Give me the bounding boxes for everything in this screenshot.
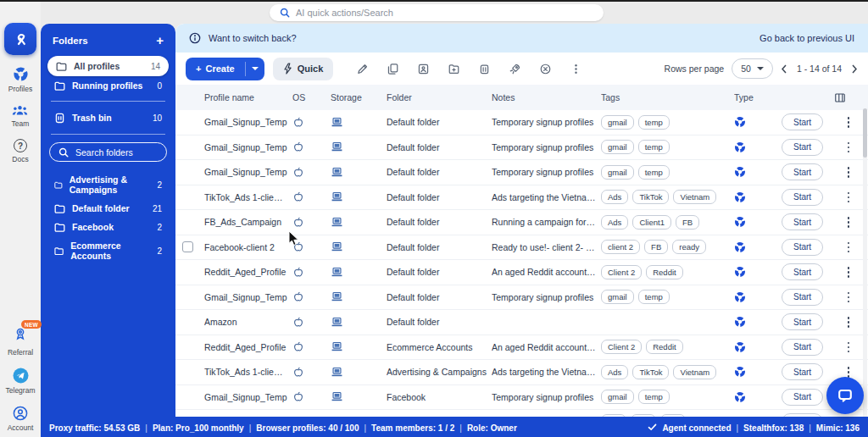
sidebar-item-docs[interactable]: ? Docs — [12, 139, 28, 163]
col-header-notes[interactable]: Notes — [492, 92, 601, 102]
quick-button[interactable]: Quick — [273, 58, 334, 80]
table-row[interactable]: TikTok_Ads 1-client 1Advertising & Campa… — [175, 360, 868, 385]
col-header-profile-name[interactable]: Profile name — [204, 92, 292, 102]
sidebar-item-account[interactable]: Account — [8, 406, 34, 432]
folder-count: 2 — [157, 246, 162, 256]
start-button[interactable]: Start — [782, 339, 823, 356]
table-row[interactable]: Gmail_Signup_TempDefault folderTemporary… — [175, 160, 868, 185]
table-row[interactable]: Gmail_Signup_TempDefault folderTemporary… — [175, 285, 868, 311]
col-header-type[interactable]: Type — [734, 92, 782, 102]
search-folders-input[interactable]: Search folders — [49, 142, 167, 162]
apple-os-icon — [292, 290, 304, 303]
start-button[interactable]: Start — [782, 363, 823, 380]
profile-folder: Default folder — [387, 142, 492, 152]
create-button[interactable]: +Create — [186, 58, 264, 80]
sidebar-folder-all-profiles[interactable]: All profiles14 — [47, 56, 169, 76]
duplicate-button[interactable] — [387, 63, 399, 75]
sidebar-item-telegram[interactable]: Telegram — [6, 368, 36, 395]
row-menu-button[interactable] — [834, 114, 863, 130]
apple-os-icon — [292, 241, 304, 253]
col-header-storage[interactable]: Storage — [331, 92, 387, 102]
row-checkbox[interactable] — [182, 241, 193, 252]
table-scrollbar[interactable] — [863, 108, 867, 417]
more-actions-icon — [570, 63, 582, 75]
table-row[interactable]: Reddit_Aged_ProfileDefault folderAn aged… — [175, 260, 868, 285]
sidebar-folder-running-profiles[interactable]: Running profiles0 — [47, 76, 169, 95]
tag-pill: Vietnam — [673, 365, 716, 379]
col-header-folder[interactable]: Folder — [387, 92, 492, 102]
row-menu-button[interactable] — [834, 214, 863, 230]
table-row[interactable]: Gmail_Signup_TempDefault folderTemporary… — [175, 110, 868, 136]
start-button[interactable]: Start — [782, 189, 823, 206]
row-menu-button[interactable] — [834, 164, 863, 180]
table-row[interactable]: FB_Ads_CampaignDefault folderRunning a c… — [175, 210, 868, 235]
add-folder-button[interactable]: + — [156, 36, 164, 45]
rows-per-page-select[interactable]: 50 — [732, 58, 773, 79]
apple-os-icon — [292, 340, 304, 353]
more-button[interactable] — [570, 63, 582, 75]
col-header-os[interactable]: OS — [292, 92, 331, 102]
next-page-button[interactable] — [851, 64, 858, 74]
delete-button[interactable] — [478, 63, 491, 75]
sidebar-folder-item[interactable]: Advertising & Campaigns2 — [47, 170, 169, 199]
sidebar-folder-item[interactable]: Facebook2 — [47, 218, 169, 236]
row-menu-button[interactable] — [834, 190, 863, 206]
create-dropdown-button[interactable] — [246, 58, 264, 80]
row-menu-button[interactable] — [834, 340, 863, 356]
transfer-profile-icon — [417, 63, 430, 75]
app-logo[interactable] — [4, 23, 36, 55]
row-menu-button[interactable] — [834, 240, 863, 256]
delete-icon — [478, 63, 491, 75]
launch-button[interactable] — [509, 63, 521, 75]
support-chat-button[interactable] — [826, 377, 864, 414]
move-to-folder-button[interactable] — [448, 63, 460, 75]
row-menu-button[interactable] — [834, 140, 863, 156]
start-button[interactable]: Start — [782, 389, 823, 406]
sidebar-folder-item[interactable]: Ecommerce Accounts2 — [47, 236, 169, 265]
table-row[interactable]: TikTok_Ads 1-client 1Default folderAds t… — [175, 185, 868, 211]
table-row[interactable]: AmazonDefault folderStart — [175, 310, 868, 335]
cancel-button[interactable] — [539, 63, 552, 75]
row-menu-button[interactable] — [834, 264, 863, 280]
chevron-down-icon — [757, 67, 764, 70]
start-button[interactable]: Start — [782, 263, 823, 280]
start-button[interactable]: Start — [782, 163, 823, 180]
folders-panel: Folders + All profiles14Running profiles… — [41, 24, 175, 417]
divider — [51, 134, 165, 135]
tag-pill: temp — [638, 140, 670, 154]
folder-count: 2 — [157, 223, 162, 232]
sidebar-item-profiles[interactable]: Profiles — [8, 66, 32, 93]
profile-tags: gmailtemp — [601, 290, 734, 304]
start-button[interactable]: Start — [782, 289, 823, 306]
sidebar-item-team[interactable]: Team — [12, 104, 30, 128]
profile-folder: Advertising & Campaigns — [387, 367, 492, 377]
start-button[interactable]: Start — [782, 139, 823, 156]
col-header-tags[interactable]: Tags — [601, 92, 734, 102]
sidebar-item-trash-bin[interactable]: Trash bin 10 — [47, 108, 169, 128]
table-row[interactable]: Facebook-client 2Default folderReady to … — [175, 235, 868, 261]
table-row[interactable]: Gmail_Signup_TempDefault folderTemporary… — [175, 136, 868, 161]
go-back-previous-ui-link[interactable]: Go back to previous UI — [760, 33, 854, 43]
sidebar-folder-item[interactable]: Default folder21 — [47, 199, 169, 218]
row-menu-button[interactable] — [834, 314, 863, 330]
column-settings-button[interactable] — [834, 92, 868, 103]
profile-tags: AdsTikTokVietnam — [601, 365, 734, 379]
status-item: Team members: 1 / 2 — [371, 423, 454, 433]
profile-name: Reddit_Aged_Profile — [204, 267, 292, 277]
start-button[interactable]: Start — [782, 213, 823, 230]
transfer-button[interactable] — [417, 63, 430, 75]
table-row[interactable]: Reddit_Aged_ProfileEcommerce AccountsAn … — [175, 335, 868, 361]
row-menu-button[interactable] — [834, 290, 863, 306]
start-button[interactable]: Start — [782, 113, 823, 130]
table-row[interactable]: Start — [175, 410, 868, 417]
folders-title: Folders — [53, 36, 88, 46]
table-row[interactable]: Gmail_Signup_TempFacebookTemporary signu… — [175, 385, 868, 411]
edit-button[interactable] — [356, 63, 369, 75]
start-button[interactable]: Start — [782, 313, 823, 330]
search-input[interactable]: AI quick actions/Search — [270, 4, 604, 21]
folder-icon — [54, 81, 65, 91]
sidebar-item-referral[interactable]: NEW Referral — [8, 326, 33, 357]
prev-page-button[interactable] — [781, 64, 787, 74]
profile-notes: Ads targeting the Vietnam... — [492, 192, 601, 202]
start-button[interactable]: Start — [782, 239, 823, 256]
